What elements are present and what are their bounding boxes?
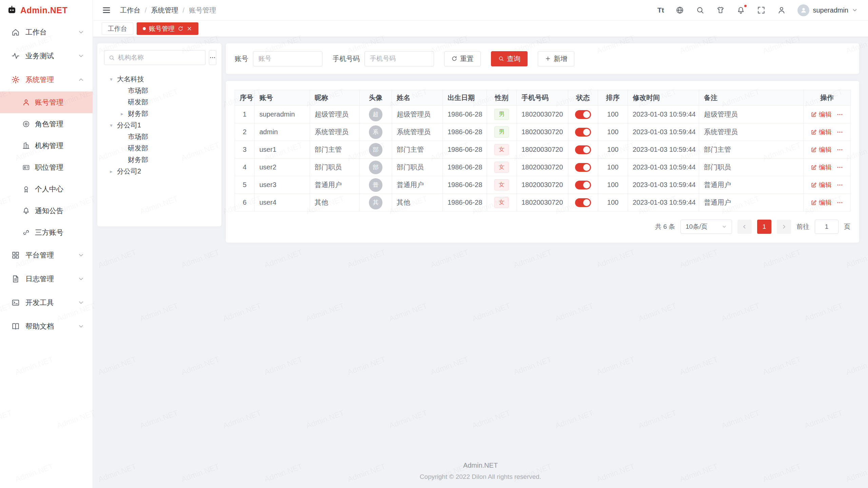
gender-badge: 女 [494,162,509,172]
tab-workbench[interactable]: 工作台 [102,22,133,35]
page-size-select[interactable]: 10条/页 [680,220,732,234]
user-icon[interactable] [777,6,786,15]
caret-right-icon[interactable]: ▸ [108,169,114,174]
row-more-button[interactable] [836,182,843,188]
status-toggle[interactable] [575,110,591,119]
search-icon [498,56,504,62]
reset-button[interactable]: 重置 [444,51,481,66]
tree-node[interactable]: ▸财务部 [104,154,215,165]
next-page-button[interactable] [777,220,791,234]
app-logo[interactable]: Admin.NET [0,0,93,20]
status-toggle[interactable] [575,198,591,207]
edit-button[interactable]: 编辑 [811,181,832,189]
cell-status [568,123,598,141]
cell-avatar: 其 [360,194,392,211]
cell-phone: 18020030720 [517,123,568,141]
fullscreen-icon[interactable] [757,6,766,15]
add-button[interactable]: 新增 [538,51,574,66]
caret-right-icon[interactable]: ▸ [119,111,125,116]
status-toggle[interactable] [575,128,591,137]
status-toggle[interactable] [575,145,591,154]
cell-gender: 女 [487,141,517,159]
sidebar-item-org-management[interactable]: 机构管理 [0,135,93,157]
status-toggle[interactable] [575,181,591,189]
goto-label: 前往 [796,222,809,231]
tree-node[interactable]: ▾分公司1 [104,119,215,131]
notification-icon[interactable] [736,6,745,15]
edit-button[interactable]: 编辑 [811,198,832,207]
language-icon[interactable] [675,6,684,15]
sidebar-item-role-management[interactable]: 角色管理 [0,113,93,135]
org-search-input[interactable] [118,54,201,61]
cell-no: 4 [235,159,255,176]
row-more-button[interactable] [836,146,843,153]
edit-button[interactable]: 编辑 [811,163,832,172]
sidebar-item-workbench[interactable]: 工作台 [0,20,93,44]
cell-account: user4 [255,194,310,211]
phone-input[interactable] [364,51,434,66]
tree-node[interactable]: ▸市场部 [104,131,215,142]
sidebar-item-business-test[interactable]: 业务测试 [0,44,93,68]
docs-icon [11,322,20,331]
row-more-button[interactable] [836,111,843,118]
tree-node[interactable]: ▸研发部 [104,96,215,108]
caret-down-icon[interactable]: ▾ [108,77,114,82]
edit-button[interactable]: 编辑 [811,110,832,119]
row-more-button[interactable] [836,199,843,206]
theme-icon[interactable] [716,6,725,15]
user-menu[interactable]: superadmin [797,4,858,16]
tree-toolbar [104,50,215,65]
tree-node[interactable]: ▸分公司2 [104,165,215,177]
page-number-button[interactable]: 1 [757,220,771,234]
sidebar-item-thirdparty-accounts[interactable]: 三方账号 [0,222,93,243]
cell-modified: 2023-01-03 10:59:44 [628,159,699,176]
tree-more-button[interactable] [209,50,216,65]
status-toggle[interactable] [575,163,591,172]
tree-node[interactable]: ▾大名科技 [104,73,215,85]
sidebar-item-dev-tools[interactable]: 开发工具 [0,291,93,314]
font-size-icon[interactable]: Tt [657,6,664,15]
edit-button[interactable]: 编辑 [811,128,832,137]
sidebar-item-log-management[interactable]: 日志管理 [0,267,93,291]
sidebar-item-account-management[interactable]: 账号管理 [0,92,93,113]
cell-gender: 男 [487,123,517,141]
search-icon[interactable] [696,6,705,15]
prev-page-button[interactable] [737,220,752,234]
tree-node[interactable]: ▸财务部 [104,108,215,119]
sidebar-item-notice-management[interactable]: 通知公告 [0,200,93,222]
breadcrumb-item[interactable]: 工作台 [120,6,140,15]
account-input[interactable] [253,51,322,66]
cell-nickname: 部门主管 [310,141,360,159]
bell-icon [22,207,30,215]
close-icon[interactable] [186,26,192,32]
caret-down-icon[interactable]: ▾ [108,123,114,128]
edit-button[interactable]: 编辑 [811,145,832,154]
footer-app-name: Admin.NET [93,462,868,469]
cell-account: admin [255,123,310,141]
sidebar-item-platform-management[interactable]: 平台管理 [0,243,93,267]
sidebar-item-post-management[interactable]: 职位管理 [0,157,93,178]
avatar [797,4,809,16]
hamburger-menu-icon[interactable] [102,5,111,15]
goto-page-input[interactable] [815,220,839,234]
cell-remark: 系统管理员 [699,123,804,141]
sidebar-item-system-management[interactable]: 系统管理 [0,68,93,92]
query-button[interactable]: 查询 [491,51,528,66]
sidebar-item-label: 账号管理 [35,98,63,107]
row-more-button[interactable] [836,129,843,136]
header-tools: Tt superadmin [657,4,858,16]
breadcrumb-item[interactable]: 系统管理 [151,6,178,15]
cell-name: 超级管理员 [392,106,443,123]
sidebar-item-profile-center[interactable]: 个人中心 [0,178,93,200]
tree-node[interactable]: ▸市场部 [104,85,215,96]
tab-account-management[interactable]: 账号管理 [137,22,198,35]
cell-remark: 部门职员 [699,159,804,176]
cell-ops: 编辑 [804,159,851,176]
sidebar-item-help-docs[interactable]: 帮助文档 [0,314,93,338]
refresh-icon[interactable] [178,26,183,32]
right-column: 账号 手机号码 重置 查询 [226,43,859,243]
tree-node[interactable]: ▸研发部 [104,142,215,154]
col-header: 手机号码 [517,90,568,106]
row-more-button[interactable] [836,164,843,171]
log-icon [11,274,20,283]
